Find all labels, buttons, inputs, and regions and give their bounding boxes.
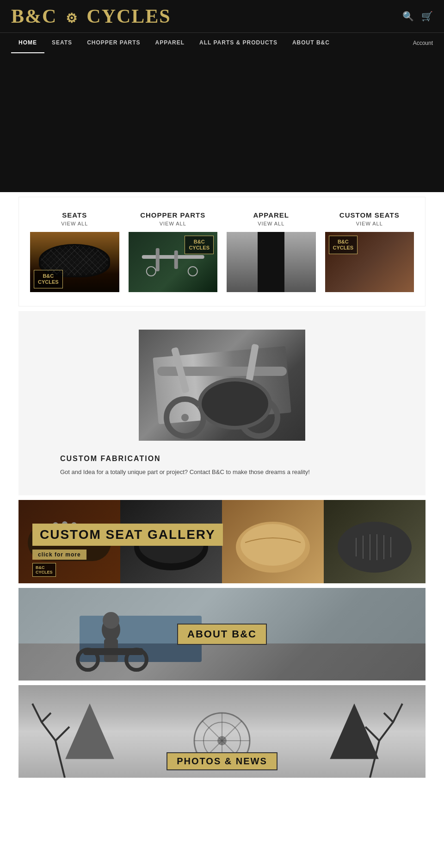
category-apparel-title: APPAREL bbox=[253, 211, 289, 219]
bc-badge-seats: B&CCYCLES bbox=[34, 270, 63, 288]
fabrication-image bbox=[139, 330, 305, 441]
about-banner[interactable]: ABOUT B&C bbox=[18, 588, 426, 681]
categories-grid: SEATS VIEW ALL B&CCYCLES CHOPPER PARTS V… bbox=[30, 211, 414, 292]
category-custom-image: B&CCYCLES bbox=[325, 232, 414, 292]
svg-point-10 bbox=[181, 414, 189, 421]
category-chopper-image: B&CCYCLES bbox=[129, 232, 218, 292]
svg-point-9 bbox=[240, 399, 278, 436]
category-seats-image: B&CCYCLES bbox=[30, 232, 119, 292]
account-link[interactable]: Account bbox=[413, 40, 433, 46]
category-chopper-title: CHOPPER PARTS bbox=[140, 211, 205, 219]
svg-point-4 bbox=[188, 267, 197, 276]
category-custom-viewall[interactable]: VIEW ALL bbox=[356, 221, 383, 226]
bc-badge-chopper: B&CCYCLES bbox=[185, 236, 214, 254]
nav-item-seats[interactable]: SEATS bbox=[44, 33, 80, 53]
svg-rect-0 bbox=[142, 255, 204, 259]
fabrication-content: CUSTOM FABRICATION Got and Idea for a to… bbox=[60, 455, 384, 477]
category-apparel-viewall[interactable]: VIEW ALL bbox=[258, 221, 284, 226]
header-icons: 🔍 🛒 bbox=[402, 11, 433, 22]
gallery-banner[interactable]: CUSTOM SEAT GALLERY click for more B&CCY… bbox=[18, 500, 426, 583]
nav-items: HOME SEATS CHOPPER PARTS APPAREL ALL PAR… bbox=[11, 33, 337, 53]
category-seats-title: SEATS bbox=[62, 211, 87, 219]
svg-rect-2 bbox=[174, 250, 178, 269]
fabrication-title: CUSTOM FABRICATION bbox=[60, 455, 384, 463]
site-logo[interactable]: B&C ⚙ CYCLES bbox=[11, 5, 171, 27]
news-title[interactable]: PHOTOS & NEWS bbox=[166, 752, 278, 770]
nav-item-all-parts[interactable]: ALL PARTS & PRODUCTS bbox=[192, 33, 285, 53]
nav-item-home[interactable]: HOME bbox=[11, 33, 44, 53]
category-seats-viewall[interactable]: VIEW ALL bbox=[61, 221, 88, 226]
search-icon[interactable]: 🔍 bbox=[402, 11, 414, 22]
site-header: B&C ⚙ CYCLES 🔍 🛒 bbox=[0, 0, 444, 32]
nav-item-chopper-parts[interactable]: CHOPPER PARTS bbox=[80, 33, 148, 53]
main-nav: HOME SEATS CHOPPER PARTS APPAREL ALL PAR… bbox=[0, 32, 444, 53]
news-banner[interactable]: PHOTOS & NEWS bbox=[18, 685, 426, 778]
gallery-bc-badge: B&CCYCLES bbox=[32, 563, 56, 577]
gallery-click-label[interactable]: click for more bbox=[32, 550, 86, 560]
nav-item-apparel[interactable]: APPAREL bbox=[148, 33, 192, 53]
hero-banner bbox=[0, 53, 444, 192]
fabrication-section: CUSTOM FABRICATION Got and Idea for a to… bbox=[18, 311, 426, 495]
category-custom-title: CUSTOM SEATS bbox=[339, 211, 400, 219]
category-apparel[interactable]: APPAREL VIEW ALL bbox=[227, 211, 316, 292]
category-chopper-viewall[interactable]: VIEW ALL bbox=[160, 221, 186, 226]
svg-point-11 bbox=[255, 414, 263, 421]
category-custom-seats[interactable]: CUSTOM SEATS VIEW ALL B&CCYCLES bbox=[325, 211, 414, 292]
gallery-overlay: CUSTOM SEAT GALLERY click for more bbox=[18, 500, 426, 583]
fabrication-description: Got and Idea for a totally unique part o… bbox=[60, 468, 384, 477]
fab-svg bbox=[139, 330, 305, 441]
svg-rect-1 bbox=[155, 248, 159, 271]
cart-icon[interactable]: 🛒 bbox=[421, 11, 433, 22]
logo-icon: ⚙ bbox=[66, 11, 78, 26]
gallery-title: CUSTOM SEAT GALLERY bbox=[32, 524, 223, 546]
category-chopper-parts[interactable]: CHOPPER PARTS VIEW ALL B&CCYCLES bbox=[129, 211, 218, 292]
category-seats[interactable]: SEATS VIEW ALL B&CCYCLES bbox=[30, 211, 119, 292]
svg-point-3 bbox=[146, 267, 155, 276]
categories-section: SEATS VIEW ALL B&CCYCLES CHOPPER PARTS V… bbox=[18, 197, 426, 306]
about-title[interactable]: ABOUT B&C bbox=[177, 624, 267, 645]
bc-badge-custom: B&CCYCLES bbox=[329, 236, 358, 254]
news-overlay: PHOTOS & NEWS bbox=[18, 752, 426, 778]
category-apparel-image bbox=[227, 232, 316, 292]
nav-item-about[interactable]: ABOUT B&C bbox=[285, 33, 337, 53]
about-overlay: ABOUT B&C bbox=[18, 588, 426, 681]
